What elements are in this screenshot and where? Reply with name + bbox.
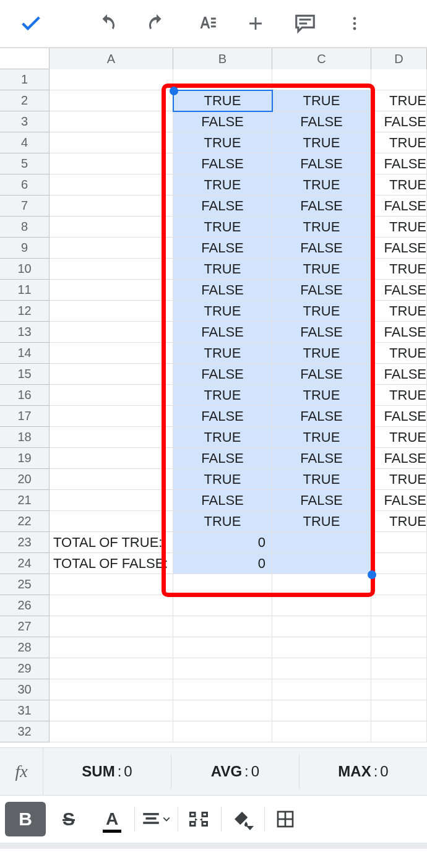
row-header[interactable]: 20 — [0, 469, 50, 490]
row-header[interactable]: 23 — [0, 532, 50, 553]
cell-C32[interactable] — [272, 721, 371, 742]
row-header[interactable]: 26 — [0, 595, 50, 616]
cell-A29[interactable] — [50, 658, 173, 679]
cell-C20[interactable]: TRUE — [272, 469, 371, 490]
insert-button[interactable] — [231, 0, 280, 48]
cell-B12[interactable]: TRUE — [173, 301, 272, 322]
cell-D16[interactable]: TRUE — [371, 385, 427, 406]
cell-C17[interactable]: FALSE — [272, 406, 371, 427]
cell-D28[interactable] — [371, 637, 427, 658]
cell-A16[interactable] — [50, 385, 173, 406]
cell-C2[interactable]: TRUE — [272, 90, 371, 111]
row-header[interactable]: 27 — [0, 616, 50, 637]
cell-A30[interactable] — [50, 679, 173, 700]
cell-D18[interactable]: TRUE — [371, 427, 427, 448]
cell-A6[interactable] — [50, 174, 173, 196]
cell-D5[interactable]: FALSE — [371, 153, 427, 174]
row-header[interactable]: 16 — [0, 385, 50, 406]
cell-A21[interactable] — [50, 490, 173, 511]
cell-C13[interactable]: FALSE — [272, 322, 371, 343]
row-header[interactable]: 12 — [0, 301, 50, 322]
cell-C15[interactable]: FALSE — [272, 364, 371, 385]
row-header[interactable]: 30 — [0, 679, 50, 700]
cell-A8[interactable] — [50, 217, 173, 238]
cell-D4[interactable]: TRUE — [371, 132, 427, 153]
col-header-D[interactable]: D — [371, 48, 427, 69]
cell-B4[interactable]: TRUE — [173, 132, 272, 153]
cell-B21[interactable]: FALSE — [173, 490, 272, 511]
cell-D13[interactable]: FALSE — [371, 322, 427, 343]
cell-D12[interactable]: TRUE — [371, 301, 427, 322]
merge-cells-button[interactable] — [178, 802, 219, 836]
cell-C31[interactable] — [272, 700, 371, 721]
row-header[interactable]: 3 — [0, 111, 50, 132]
cell-C27[interactable] — [272, 616, 371, 637]
cell-B22[interactable]: TRUE — [173, 511, 272, 532]
cell-A15[interactable] — [50, 364, 173, 385]
cell-D24[interactable] — [371, 553, 427, 574]
align-button[interactable] — [135, 802, 176, 836]
selection-handle-start[interactable] — [170, 87, 178, 95]
cell-D21[interactable]: FALSE — [371, 490, 427, 511]
row-header[interactable]: 14 — [0, 343, 50, 364]
row-header[interactable]: 2 — [0, 90, 50, 111]
row-header[interactable]: 4 — [0, 132, 50, 153]
stat-max[interactable]: MAX: 0 — [300, 754, 427, 789]
cell-A22[interactable] — [50, 511, 173, 532]
cell-D19[interactable]: FALSE — [371, 448, 427, 469]
cell-D31[interactable] — [371, 700, 427, 721]
cell-C26[interactable] — [272, 595, 371, 616]
cell-A25[interactable] — [50, 574, 173, 595]
cell-B1[interactable] — [173, 69, 272, 90]
row-header[interactable]: 25 — [0, 574, 50, 595]
cell-A23[interactable]: TOTAL OF TRUE: — [50, 532, 173, 553]
row-header[interactable]: 32 — [0, 721, 50, 742]
col-header-B[interactable]: B — [173, 48, 272, 69]
text-color-button[interactable]: A — [92, 802, 132, 836]
cell-B28[interactable] — [173, 637, 272, 658]
cell-D26[interactable] — [371, 595, 427, 616]
cell-B15[interactable]: FALSE — [173, 364, 272, 385]
cell-B25[interactable] — [173, 574, 272, 595]
cell-C24[interactable] — [272, 553, 371, 574]
cell-B3[interactable]: FALSE — [173, 111, 272, 132]
borders-button[interactable] — [265, 802, 306, 836]
cell-A13[interactable] — [50, 322, 173, 343]
col-header-C[interactable]: C — [272, 48, 371, 69]
fill-color-button[interactable] — [222, 802, 262, 836]
cell-B11[interactable]: FALSE — [173, 280, 272, 301]
cell-B19[interactable]: FALSE — [173, 448, 272, 469]
cell-A27[interactable] — [50, 616, 173, 637]
cell-B23[interactable]: 0 — [173, 532, 272, 553]
cell-B16[interactable]: TRUE — [173, 385, 272, 406]
cell-D7[interactable]: FALSE — [371, 196, 427, 217]
cell-B17[interactable]: FALSE — [173, 406, 272, 427]
cell-D9[interactable]: FALSE — [371, 238, 427, 259]
row-header[interactable]: 10 — [0, 259, 50, 280]
cell-D6[interactable]: TRUE — [371, 174, 427, 196]
cell-A2[interactable] — [50, 90, 173, 111]
cell-A14[interactable] — [50, 343, 173, 364]
more-button[interactable] — [330, 0, 379, 48]
cell-C10[interactable]: TRUE — [272, 259, 371, 280]
cell-D11[interactable]: FALSE — [371, 280, 427, 301]
cell-C3[interactable]: FALSE — [272, 111, 371, 132]
cell-B14[interactable]: TRUE — [173, 343, 272, 364]
cell-D20[interactable]: TRUE — [371, 469, 427, 490]
cell-D14[interactable]: TRUE — [371, 343, 427, 364]
row-header[interactable]: 31 — [0, 700, 50, 721]
cell-A7[interactable] — [50, 196, 173, 217]
spreadsheet-grid[interactable]: 12TRUETRUETRUE3FALSEFALSEFALSE4TRUETRUET… — [0, 69, 427, 742]
cell-C11[interactable]: FALSE — [272, 280, 371, 301]
cell-C6[interactable]: TRUE — [272, 174, 371, 196]
row-header[interactable]: 29 — [0, 658, 50, 679]
accept-button[interactable] — [0, 0, 62, 48]
cell-A12[interactable] — [50, 301, 173, 322]
row-header[interactable]: 13 — [0, 322, 50, 343]
redo-button[interactable] — [132, 0, 181, 48]
cell-D30[interactable] — [371, 679, 427, 700]
cell-B18[interactable]: TRUE — [173, 427, 272, 448]
cell-C1[interactable] — [272, 69, 371, 90]
cell-C7[interactable]: FALSE — [272, 196, 371, 217]
cell-D23[interactable] — [371, 532, 427, 553]
